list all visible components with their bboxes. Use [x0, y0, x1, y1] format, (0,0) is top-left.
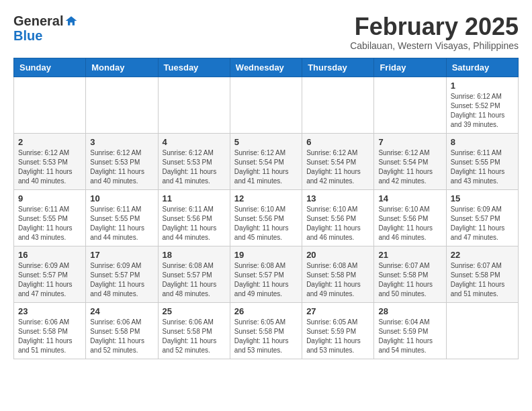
day-number: 25 [163, 306, 226, 316]
logo-text-general: General [13, 13, 63, 28]
day-info: Sunrise: 6:07 AMSunset: 5:58 PMDaylight:… [451, 261, 514, 299]
day-info: Sunrise: 6:10 AMSunset: 5:56 PMDaylight:… [306, 205, 369, 242]
calendar-cell: 16Sunrise: 6:09 AMSunset: 5:57 PMDayligh… [14, 246, 86, 302]
calendar-cell: 17Sunrise: 6:09 AMSunset: 5:57 PMDayligh… [86, 246, 158, 302]
day-info: Sunrise: 6:11 AMSunset: 5:55 PMDaylight:… [451, 148, 514, 186]
day-info: Sunrise: 6:05 AMSunset: 5:58 PMDaylight:… [234, 318, 298, 355]
day-number: 14 [378, 193, 441, 203]
calendar-cell: 23Sunrise: 6:06 AMSunset: 5:58 PMDayligh… [14, 302, 86, 359]
page-header: General Blue February 2025 Cabilauan, We… [13, 13, 519, 51]
day-number: 2 [18, 137, 81, 147]
day-info: Sunrise: 6:10 AMSunset: 5:56 PMDaylight:… [378, 205, 441, 242]
calendar-week-row: 1Sunrise: 6:12 AMSunset: 5:52 PMDaylight… [14, 77, 519, 133]
calendar-cell: 12Sunrise: 6:10 AMSunset: 5:56 PMDayligh… [230, 189, 302, 246]
day-info: Sunrise: 6:12 AMSunset: 5:54 PMDaylight:… [234, 148, 298, 186]
weekday-header-thursday: Thursday [302, 58, 374, 77]
calendar-week-row: 9Sunrise: 6:11 AMSunset: 5:55 PMDaylight… [14, 189, 519, 246]
month-title: February 2025 [350, 13, 519, 40]
day-info: Sunrise: 6:09 AMSunset: 5:57 PMDaylight:… [18, 261, 81, 299]
calendar-cell: 27Sunrise: 6:05 AMSunset: 5:59 PMDayligh… [302, 302, 374, 359]
calendar-cell: 8Sunrise: 6:11 AMSunset: 5:55 PMDaylight… [446, 133, 518, 189]
calendar-cell: 11Sunrise: 6:11 AMSunset: 5:56 PMDayligh… [158, 189, 230, 246]
day-number: 24 [90, 306, 153, 316]
calendar-cell: 5Sunrise: 6:12 AMSunset: 5:54 PMDaylight… [230, 133, 302, 189]
calendar-cell: 4Sunrise: 6:12 AMSunset: 5:53 PMDaylight… [158, 133, 230, 189]
calendar-cell: 18Sunrise: 6:08 AMSunset: 5:57 PMDayligh… [158, 246, 230, 302]
calendar-cell: 9Sunrise: 6:11 AMSunset: 5:55 PMDaylight… [14, 189, 86, 246]
calendar-cell: 25Sunrise: 6:06 AMSunset: 5:58 PMDayligh… [158, 302, 230, 359]
calendar-cell: 10Sunrise: 6:11 AMSunset: 5:55 PMDayligh… [86, 189, 158, 246]
day-number: 9 [18, 193, 81, 203]
day-info: Sunrise: 6:08 AMSunset: 5:57 PMDaylight:… [234, 261, 298, 299]
day-info: Sunrise: 6:09 AMSunset: 5:57 PMDaylight:… [451, 205, 514, 242]
title-block: February 2025 Cabilauan, Western Visayas… [350, 13, 519, 51]
day-number: 3 [90, 137, 153, 147]
calendar-cell: 22Sunrise: 6:07 AMSunset: 5:58 PMDayligh… [446, 246, 518, 302]
calendar-cell: 20Sunrise: 6:08 AMSunset: 5:58 PMDayligh… [302, 246, 374, 302]
day-number: 18 [163, 250, 226, 260]
day-info: Sunrise: 6:08 AMSunset: 5:58 PMDaylight:… [306, 261, 369, 299]
calendar-cell: 6Sunrise: 6:12 AMSunset: 5:54 PMDaylight… [302, 133, 374, 189]
day-info: Sunrise: 6:05 AMSunset: 5:59 PMDaylight:… [306, 318, 369, 355]
day-number: 23 [18, 306, 81, 316]
calendar-cell [158, 77, 230, 133]
day-info: Sunrise: 6:12 AMSunset: 5:54 PMDaylight:… [378, 148, 441, 186]
day-number: 1 [451, 81, 514, 91]
calendar-week-row: 16Sunrise: 6:09 AMSunset: 5:57 PMDayligh… [14, 246, 519, 302]
day-info: Sunrise: 6:10 AMSunset: 5:56 PMDaylight:… [234, 205, 298, 242]
day-number: 10 [90, 193, 153, 203]
day-info: Sunrise: 6:12 AMSunset: 5:53 PMDaylight:… [90, 148, 153, 186]
calendar-cell: 14Sunrise: 6:10 AMSunset: 5:56 PMDayligh… [374, 189, 446, 246]
day-number: 19 [234, 250, 298, 260]
calendar-cell [230, 77, 302, 133]
calendar-cell: 2Sunrise: 6:12 AMSunset: 5:53 PMDaylight… [14, 133, 86, 189]
logo: General Blue [13, 13, 78, 43]
day-number: 20 [306, 250, 369, 260]
day-info: Sunrise: 6:11 AMSunset: 5:55 PMDaylight:… [18, 205, 81, 242]
weekday-header-monday: Monday [86, 58, 158, 77]
day-info: Sunrise: 6:04 AMSunset: 5:59 PMDaylight:… [378, 318, 441, 355]
calendar-week-row: 2Sunrise: 6:12 AMSunset: 5:53 PMDaylight… [14, 133, 519, 189]
day-number: 27 [306, 306, 369, 316]
weekday-header-sunday: Sunday [14, 58, 86, 77]
day-number: 6 [306, 137, 369, 147]
calendar-header-row: SundayMondayTuesdayWednesdayThursdayFrid… [14, 58, 519, 77]
day-info: Sunrise: 6:06 AMSunset: 5:58 PMDaylight:… [90, 318, 153, 355]
day-number: 4 [163, 137, 226, 147]
day-number: 11 [163, 193, 226, 203]
day-info: Sunrise: 6:06 AMSunset: 5:58 PMDaylight:… [18, 318, 81, 355]
calendar-cell: 28Sunrise: 6:04 AMSunset: 5:59 PMDayligh… [374, 302, 446, 359]
day-info: Sunrise: 6:11 AMSunset: 5:56 PMDaylight:… [163, 205, 226, 242]
day-number: 15 [451, 193, 514, 203]
calendar-cell: 26Sunrise: 6:05 AMSunset: 5:58 PMDayligh… [230, 302, 302, 359]
weekday-header-friday: Friday [374, 58, 446, 77]
day-info: Sunrise: 6:11 AMSunset: 5:55 PMDaylight:… [90, 205, 153, 242]
calendar-cell: 19Sunrise: 6:08 AMSunset: 5:57 PMDayligh… [230, 246, 302, 302]
calendar-cell: 1Sunrise: 6:12 AMSunset: 5:52 PMDaylight… [446, 77, 518, 133]
day-info: Sunrise: 6:12 AMSunset: 5:53 PMDaylight:… [18, 148, 81, 186]
day-info: Sunrise: 6:08 AMSunset: 5:57 PMDaylight:… [163, 261, 226, 299]
day-number: 8 [451, 137, 514, 147]
day-number: 13 [306, 193, 369, 203]
location: Cabilauan, Western Visayas, Philippines [350, 40, 519, 51]
calendar-cell [446, 302, 518, 359]
calendar-week-row: 23Sunrise: 6:06 AMSunset: 5:58 PMDayligh… [14, 302, 519, 359]
calendar-cell [302, 77, 374, 133]
day-info: Sunrise: 6:12 AMSunset: 5:54 PMDaylight:… [306, 148, 369, 186]
calendar-table: SundayMondayTuesdayWednesdayThursdayFrid… [13, 58, 519, 359]
day-number: 26 [234, 306, 298, 316]
calendar-cell: 15Sunrise: 6:09 AMSunset: 5:57 PMDayligh… [446, 189, 518, 246]
weekday-header-wednesday: Wednesday [230, 58, 302, 77]
day-number: 28 [378, 306, 441, 316]
calendar-cell: 24Sunrise: 6:06 AMSunset: 5:58 PMDayligh… [86, 302, 158, 359]
calendar-cell [374, 77, 446, 133]
day-number: 21 [378, 250, 441, 260]
day-info: Sunrise: 6:12 AMSunset: 5:53 PMDaylight:… [163, 148, 226, 186]
calendar-cell [14, 77, 86, 133]
logo-text-blue: Blue [13, 28, 42, 43]
day-number: 16 [18, 250, 81, 260]
day-number: 7 [378, 137, 441, 147]
day-info: Sunrise: 6:09 AMSunset: 5:57 PMDaylight:… [90, 261, 153, 299]
calendar-cell [86, 77, 158, 133]
day-number: 17 [90, 250, 153, 260]
